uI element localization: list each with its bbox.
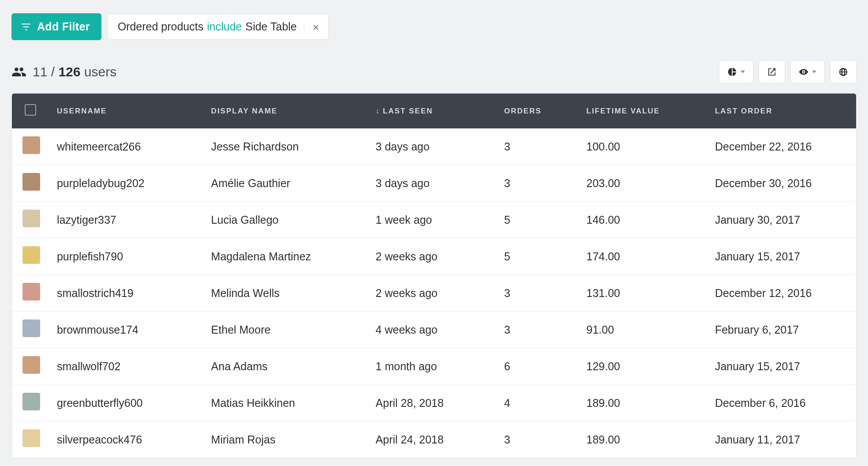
visibility-dropdown-button[interactable] — [790, 60, 825, 83]
avatar — [22, 210, 40, 227]
cell-last-seen: 2 weeks ago — [368, 275, 496, 312]
cell-lifetime-value: 203.00 — [579, 165, 707, 202]
avatar — [22, 319, 40, 337]
cell-lifetime-value: 189.00 — [579, 421, 707, 458]
filter-chip-operator: include — [207, 20, 242, 33]
col-lifetime-value[interactable]: LIFETIME VALUE — [579, 94, 707, 128]
filter-chip-value: Side Table — [245, 20, 296, 33]
cell-display-name: Ana Adams — [203, 348, 368, 385]
users-icon — [11, 64, 26, 79]
cell-display-name: Magdalena Martinez — [203, 238, 368, 275]
cell-last-seen: 4 weeks ago — [368, 312, 496, 348]
cell-username: brownmouse174 — [49, 312, 203, 348]
table-row[interactable]: whitemeercat266Jesse Richardson3 days ag… — [12, 128, 856, 165]
chevron-down-icon — [741, 71, 745, 73]
cell-lifetime-value: 189.00 — [579, 385, 707, 421]
cell-orders: 3 — [496, 275, 579, 312]
cell-last-order: January 15, 2017 — [707, 238, 856, 275]
count-sep: / — [47, 64, 58, 79]
cell-orders: 5 — [496, 202, 579, 238]
cell-username: purpleladybug202 — [49, 165, 203, 202]
table-row[interactable]: purpleladybug202Amélie Gauthier3 days ag… — [12, 165, 856, 202]
chevron-down-icon — [812, 71, 816, 73]
cell-last-seen: April 28, 2018 — [368, 385, 496, 421]
cell-display-name: Lucia Gallego — [203, 202, 368, 238]
cell-orders: 3 — [496, 128, 579, 165]
table-row[interactable]: smallostrich419Melinda Wells2 weeks ago3… — [12, 275, 856, 312]
avatar — [22, 283, 40, 301]
avatar — [22, 173, 40, 191]
cell-last-seen: 1 week ago — [368, 202, 496, 238]
filter-bar: Add Filter Ordered products include Side… — [11, 13, 857, 40]
sort-desc-icon: ↓ — [376, 107, 381, 115]
cell-display-name: Miriam Rojas — [203, 421, 368, 458]
table-row[interactable]: silverpeacock476Miriam RojasApril 24, 20… — [12, 421, 856, 458]
cell-last-order: January 30, 2017 — [707, 202, 856, 238]
table-row[interactable]: lazytiger337Lucia Gallego1 week ago5146.… — [12, 202, 856, 238]
avatar — [22, 246, 40, 264]
pie-chart-icon — [727, 67, 737, 77]
col-last-seen[interactable]: ↓LAST SEEN — [368, 94, 496, 128]
avatar — [22, 393, 40, 410]
cell-username: whitemeercat266 — [49, 128, 203, 165]
users-table: USERNAME DISPLAY NAME ↓LAST SEEN ORDERS … — [11, 93, 857, 458]
add-filter-button[interactable]: Add Filter — [11, 13, 101, 40]
cell-display-name: Amélie Gauthier — [203, 165, 368, 202]
cell-last-order: January 11, 2017 — [707, 421, 856, 458]
table-row[interactable]: brownmouse174Ethel Moore4 weeks ago391.0… — [12, 312, 856, 348]
cell-orders: 3 — [496, 421, 579, 458]
cell-orders: 4 — [496, 385, 579, 421]
cell-orders: 3 — [496, 312, 579, 348]
result-count: 11 / 126 users — [11, 64, 116, 79]
cell-lifetime-value: 129.00 — [579, 348, 707, 385]
cell-username: purplefish790 — [49, 238, 203, 275]
cell-username: greenbutterfly600 — [49, 385, 203, 421]
cell-display-name: Ethel Moore — [203, 312, 368, 348]
filtered-count: 11 — [33, 64, 47, 79]
cell-display-name: Matias Heikkinen — [203, 385, 368, 421]
cell-username: lazytiger337 — [49, 202, 203, 238]
filter-chip[interactable]: Ordered products include Side Table — [108, 14, 329, 40]
cell-lifetime-value: 91.00 — [579, 312, 707, 348]
cell-lifetime-value: 100.00 — [579, 128, 707, 165]
cell-last-seen: April 24, 2018 — [368, 421, 496, 458]
cell-lifetime-value: 174.00 — [579, 238, 707, 275]
cell-lifetime-value: 131.00 — [579, 275, 707, 312]
col-username[interactable]: USERNAME — [49, 94, 203, 128]
divider — [304, 21, 304, 33]
cell-last-order: February 6, 2017 — [707, 312, 856, 348]
table-row[interactable]: greenbutterfly600Matias HeikkinenApril 2… — [12, 385, 856, 421]
filter-chip-field: Ordered products — [118, 20, 204, 33]
avatar — [22, 356, 40, 374]
select-all-checkbox[interactable] — [25, 104, 36, 116]
cell-username: silverpeacock476 — [49, 421, 203, 458]
col-last-order[interactable]: LAST ORDER — [707, 94, 856, 128]
remove-filter-button[interactable] — [311, 22, 321, 32]
cell-last-seen: 3 days ago — [368, 128, 496, 165]
cell-last-order: December 12, 2016 — [707, 275, 856, 312]
cell-username: smallwolf702 — [49, 348, 203, 385]
cell-last-seen: 2 weeks ago — [368, 238, 496, 275]
table-row[interactable]: purplefish790Magdalena Martinez2 weeks a… — [12, 238, 856, 275]
total-count: 126 — [58, 64, 80, 79]
cell-last-order: January 15, 2017 — [707, 348, 856, 385]
filter-icon — [20, 21, 32, 33]
cell-last-order: December 22, 2016 — [707, 128, 856, 165]
cell-last-seen: 1 month ago — [368, 348, 496, 385]
avatar — [22, 136, 40, 154]
col-display-name[interactable]: DISPLAY NAME — [203, 94, 368, 128]
col-orders[interactable]: ORDERS — [496, 94, 579, 128]
cell-orders: 5 — [496, 238, 579, 275]
cell-orders: 3 — [496, 165, 579, 202]
cell-display-name: Jesse Richardson — [203, 128, 368, 165]
export-icon — [767, 67, 777, 77]
close-icon — [312, 23, 320, 31]
avatar — [22, 429, 40, 447]
cell-lifetime-value: 146.00 — [579, 202, 707, 238]
eye-icon — [799, 67, 808, 77]
chart-dropdown-button[interactable] — [719, 60, 753, 83]
cell-last-seen: 3 days ago — [368, 165, 496, 202]
table-row[interactable]: smallwolf702Ana Adams1 month ago6129.00J… — [12, 348, 856, 385]
export-button[interactable] — [759, 60, 785, 83]
globe-button[interactable] — [830, 60, 857, 83]
